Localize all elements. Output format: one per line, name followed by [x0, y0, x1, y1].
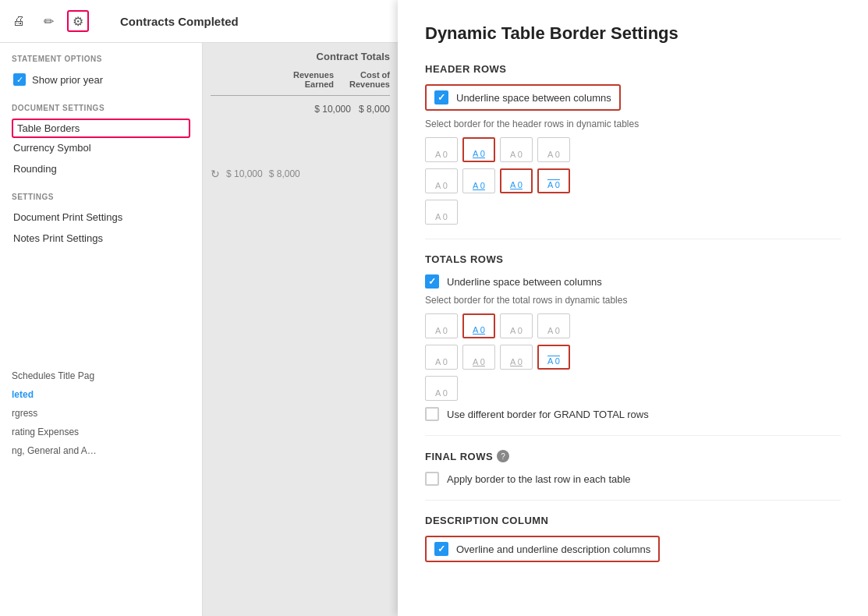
header-rows-section-label: HEADER ROWS [425, 63, 841, 75]
header-border-grid-row1: A 0 A 0 A 0 A 0 [425, 137, 841, 162]
header-underline-checkbox[interactable]: ✓ [434, 90, 448, 104]
grand-total-checkbox[interactable] [425, 407, 439, 421]
header-sub-label: Select border for the header rows in dyn… [425, 119, 841, 129]
settings-label: SETTINGS [12, 193, 190, 201]
border-cell-t8[interactable]: A 0 [537, 345, 570, 370]
column-headers: RevenuesEarned Cost ofRevenues [211, 70, 390, 89]
sidebar: STATEMENT OPTIONS ✓ Show prior year DOCU… [0, 43, 203, 616]
divider2 [425, 435, 841, 436]
border-cell-t9[interactable]: A 0 [425, 376, 458, 401]
apply-border-checkbox[interactable] [425, 472, 439, 486]
notes-print-label: Notes Print Settings [13, 232, 103, 244]
border-cell-h2[interactable]: A 0 [462, 137, 495, 162]
doc-print-settings-label: Document Print Settings [13, 211, 122, 223]
border-cell-t6[interactable]: A 0 [462, 345, 495, 370]
modal-panel: Dynamic Table Border Settings HEADER ROW… [398, 0, 868, 616]
toolbar: 🖨 ✏ ⚙ Contracts Completed [0, 0, 398, 43]
pencil-icon[interactable]: ✏ [37, 10, 59, 32]
contract-totals-header: Contract Totals [211, 51, 390, 62]
amount2: $ 8,000 [359, 104, 390, 115]
toolbar-title: Contracts Completed [120, 15, 239, 28]
page-schedules[interactable]: Schedules Title Pag [0, 366, 203, 385]
desc-overline-checkbox[interactable]: ✓ [434, 542, 448, 556]
border-cell-h9[interactable]: A 0 [425, 200, 458, 225]
totals-border-grid-row1: A 0 A 0 A 0 A 0 [425, 313, 841, 338]
page-operating[interactable]: rating Expenses [0, 423, 203, 441]
amount1: $ 10,000 [314, 104, 351, 115]
header-underline-label: Underline space between columns [456, 92, 611, 104]
show-prior-year-item[interactable]: ✓ Show prior year [12, 69, 190, 90]
desc-overline-label: Overline and underline description colum… [456, 543, 650, 555]
totals-underline-checkbox[interactable]: ✓ [425, 274, 439, 289]
header-divider [211, 95, 390, 96]
final-rows-title-row: FINAL ROWS ? [425, 450, 841, 462]
border-cell-h5[interactable]: A 0 [425, 168, 458, 193]
border-cell-h1[interactable]: A 0 [425, 137, 458, 162]
table-borders-label: Table Borders [17, 122, 80, 134]
grand-total-label: Use different border for GRAND TOTAL row… [447, 409, 649, 420]
border-cell-h8[interactable]: A 0 [537, 168, 570, 193]
total-amount1: $ 10,000 [226, 168, 263, 179]
show-prior-year-checkbox[interactable]: ✓ [13, 73, 26, 86]
border-cell-t2[interactable]: A 0 [462, 313, 495, 338]
page-progress[interactable]: rgress [0, 404, 203, 423]
cost-of-revenues-header: Cost ofRevenues [349, 70, 390, 89]
header-underline-checkbox-row[interactable]: ✓ Underline space between columns [425, 84, 621, 111]
doc-print-settings-item[interactable]: Document Print Settings [12, 207, 190, 227]
page-contracts[interactable]: leted [0, 385, 203, 404]
notes-print-item[interactable]: Notes Print Settings [12, 228, 190, 248]
rounding-label: Rounding [13, 163, 57, 175]
divider1 [425, 239, 841, 239]
totals-underline-checkbox-row[interactable]: ✓ Underline space between columns [425, 274, 841, 289]
apply-border-label: Apply border to the last row in each tab… [447, 473, 631, 485]
totals-border-grid-row3: A 0 [425, 376, 841, 401]
totals-border-grid-row2: A 0 A 0 A 0 A 0 [425, 345, 841, 370]
rounding-item[interactable]: Rounding [12, 159, 190, 179]
totals-underline-label: Underline space between columns [447, 276, 602, 288]
table-borders-item[interactable]: Table Borders [12, 119, 190, 138]
statement-options-label: STATEMENT OPTIONS [12, 55, 190, 63]
data-row-1: $ 10,000 $ 8,000 [211, 101, 390, 118]
border-cell-t5[interactable]: A 0 [425, 345, 458, 370]
help-icon[interactable]: ? [497, 450, 509, 462]
page-general[interactable]: ng, General and A… [0, 441, 203, 460]
page-list: Schedules Title Pag leted rgress rating … [0, 366, 203, 460]
apply-border-checkbox-row[interactable]: Apply border to the last row in each tab… [425, 472, 841, 486]
document-settings-label: DOCUMENT SETTINGS [12, 104, 190, 112]
border-cell-h6[interactable]: A 0 [462, 168, 495, 193]
divider3 [425, 500, 841, 501]
border-cell-h4[interactable]: A 0 [537, 137, 570, 162]
header-border-grid-row2: A 0 A 0 A 0 A 0 [425, 168, 841, 193]
desc-overline-checkbox-row[interactable]: ✓ Overline and underline description col… [425, 536, 660, 562]
currency-symbol-label: Currency Symbol [13, 142, 91, 154]
border-cell-t4[interactable]: A 0 [537, 313, 570, 338]
currency-symbol-item[interactable]: Currency Symbol [12, 138, 190, 158]
border-cell-h7[interactable]: A 0 [500, 168, 533, 193]
show-prior-year-label: Show prior year [32, 74, 103, 86]
border-cell-h3[interactable]: A 0 [500, 137, 533, 162]
totals-sub-label: Select border for the total rows in dyna… [425, 295, 841, 306]
header-border-grid-row3: A 0 [425, 200, 841, 225]
total-amount2: $ 8,000 [269, 168, 300, 179]
revenues-earned-header: RevenuesEarned [293, 70, 334, 89]
modal-title: Dynamic Table Border Settings [425, 23, 841, 44]
final-rows-section-label: FINAL ROWS [425, 451, 493, 462]
description-column-section-label: DESCRIPTION COLUMN [425, 515, 841, 526]
border-cell-t3[interactable]: A 0 [500, 313, 533, 338]
content-area: Contract Totals RevenuesEarned Cost ofRe… [203, 43, 398, 616]
refresh-icon: ↻ [211, 168, 220, 180]
border-cell-t1[interactable]: A 0 [425, 313, 458, 338]
grand-total-checkbox-row[interactable]: Use different border for GRAND TOTAL row… [425, 407, 841, 421]
gear-icon[interactable]: ⚙ [67, 10, 89, 32]
totals-rows-section-label: TOTALS ROWS [425, 253, 841, 265]
border-cell-t7[interactable]: A 0 [500, 345, 533, 370]
print-icon[interactable]: 🖨 [8, 10, 30, 32]
